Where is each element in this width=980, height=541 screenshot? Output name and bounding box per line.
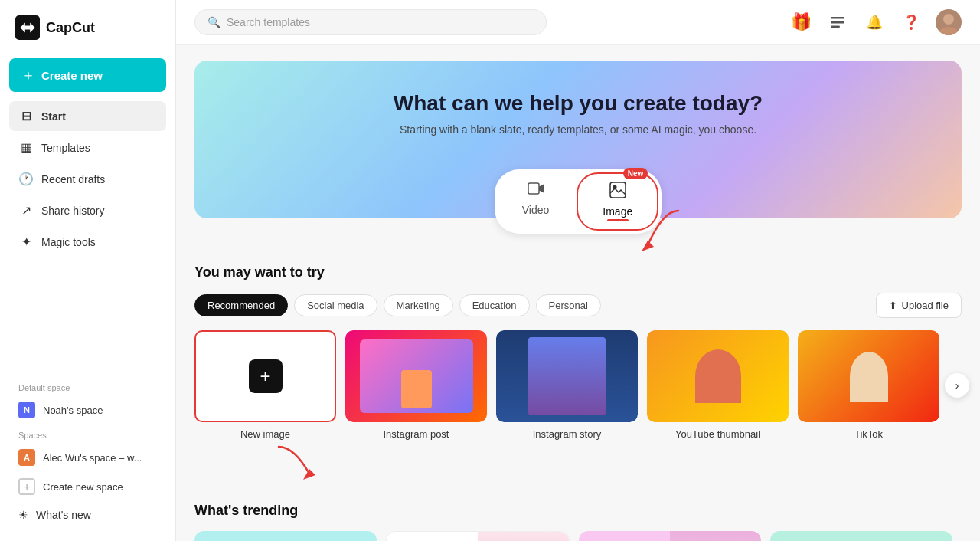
trending-title: What's trending [194, 503, 962, 519]
template-card-new-image[interactable]: + New image [194, 330, 336, 440]
sidebar-item-magic-tools[interactable]: ✦ Magic tools [9, 227, 166, 257]
youtube-thumbnail-label: YouTube thumbnail [647, 428, 789, 440]
svg-rect-7 [528, 183, 539, 194]
new-image-label: New image [194, 428, 336, 440]
trending-card-batch-edit[interactable]: Batch edit: your perfect time saver [194, 531, 377, 541]
filter-recommended[interactable]: Recommended [194, 294, 288, 316]
tiktok-label: TikTok [798, 428, 939, 440]
topbar-icons: 🎁 🔔 ❓ [789, 9, 962, 35]
template-card-instagram-story[interactable]: Instagram story [496, 330, 638, 440]
alec-space-item[interactable]: A Alec Wu's space – w... [9, 443, 166, 472]
filter-education[interactable]: Education [459, 294, 530, 316]
instagram-post-thumb [345, 330, 487, 422]
svg-marker-10 [642, 241, 654, 251]
try-section-title: You may want to try [194, 264, 962, 280]
trending-card-text-to-design[interactable]: Text to design: create now, instant WOW [579, 531, 761, 541]
create-space-item[interactable]: + Create new space [9, 472, 166, 501]
new-badge: New [623, 168, 648, 179]
plus-icon: ＋ [21, 66, 35, 84]
filter-bar: Recommended Social media Marketing Educa… [194, 293, 962, 318]
sidebar-item-magic-tools-label: Magic tools [41, 236, 96, 248]
noah-space-item[interactable]: N Noah's space [9, 395, 166, 425]
noah-avatar: N [18, 402, 35, 418]
search-placeholder: Search templates [227, 16, 310, 28]
topbar: 🔍 Search templates 🎁 🔔 ❓ [176, 0, 980, 45]
new-image-plus: + [249, 359, 283, 393]
sidebar-item-start-label: Start [41, 110, 66, 123]
mode-tab-video[interactable]: Video [498, 172, 574, 231]
whats-new-label: What's new [36, 509, 91, 521]
magic-icon: ✦ [18, 234, 34, 249]
sidebar-item-templates-label: Templates [41, 142, 90, 154]
svg-marker-11 [303, 469, 315, 480]
upload-file-label: Upload file [902, 300, 949, 311]
user-avatar[interactable] [936, 9, 962, 35]
filter-marketing[interactable]: Marketing [384, 294, 453, 316]
main-content: 🔍 Search templates 🎁 🔔 ❓ What can we hel… [176, 0, 980, 541]
trending-card-text-to-image[interactable]: Text to image: paint with your words [386, 531, 570, 541]
filter-tags: Recommended Social media Marketing Educa… [194, 294, 601, 316]
new-image-thumb: + [194, 330, 336, 422]
svg-rect-1 [831, 17, 844, 19]
alec-space-label: Alec Wu's space – w... [43, 452, 142, 464]
svg-point-5 [943, 14, 954, 25]
sidebar-item-templates[interactable]: ▦ Templates [9, 133, 166, 162]
nav-items: ⊟ Start ▦ Templates 🕐 Recent drafts ↗ Sh… [9, 101, 166, 359]
create-new-label: Create new [41, 69, 103, 82]
create-space-label: Create new space [43, 481, 123, 493]
hero-title: What can we help you create today? [213, 91, 943, 116]
instagram-story-thumb [496, 330, 638, 422]
logo-text: CapCut [46, 20, 95, 36]
create-space-icon: + [18, 478, 35, 495]
image-tab-arrow [625, 207, 686, 261]
logo: CapCut [9, 12, 166, 43]
templates-chevron-right[interactable]: › [945, 373, 969, 398]
help-icon[interactable]: ❓ [899, 10, 923, 34]
create-new-button[interactable]: ＋ Create new [9, 58, 166, 92]
template-card-youtube-thumbnail[interactable]: YouTube thumbnail [647, 330, 789, 440]
share-icon: ↗ [18, 203, 34, 218]
youtube-thumb-thumb [647, 330, 789, 422]
search-bar[interactable]: 🔍 Search templates [194, 9, 547, 35]
instagram-post-label: Instagram post [345, 428, 487, 440]
sun-icon: ☀ [18, 509, 28, 521]
instagram-story-label: Instagram story [496, 428, 638, 440]
search-icon: 🔍 [207, 16, 220, 28]
filter-personal[interactable]: Personal [536, 294, 601, 316]
new-image-arrow-area [194, 443, 962, 481]
sidebar-item-recent-drafts-label: Recent drafts [41, 173, 105, 185]
try-section: You may want to try Recommended Social m… [176, 249, 980, 481]
trending-grid: Batch edit: your perfect time saver Text… [194, 531, 962, 541]
noah-space-label: Noah's space [43, 405, 103, 416]
capcut-logo-icon [15, 15, 40, 40]
sidebar-item-start[interactable]: ⊟ Start [9, 101, 166, 131]
sidebar-item-share-history-label: Share history [41, 205, 104, 217]
sidebar-item-share-history[interactable]: ↗ Share history [9, 195, 166, 225]
gift-icon[interactable]: 🎁 [789, 10, 813, 34]
clock-icon: 🕐 [18, 172, 34, 186]
hero-banner: What can we help you create today? Start… [194, 61, 962, 218]
default-space-label: Default space [9, 377, 166, 395]
spaces-label: Spaces [9, 425, 166, 443]
video-tab-icon [528, 180, 544, 201]
video-tab-label: Video [522, 204, 550, 216]
filter-social-media[interactable]: Social media [294, 294, 377, 316]
image-tab-icon [609, 182, 626, 202]
alec-avatar: A [18, 449, 35, 466]
sidebar: CapCut ＋ Create new ⊟ Start ▦ Templates … [0, 0, 176, 541]
trending-card-background-magic[interactable]: Background magic for products [770, 531, 952, 541]
whats-new-item[interactable]: ☀ What's new [9, 501, 166, 529]
upload-file-button[interactable]: ⬆ Upload file [876, 293, 962, 318]
sidebar-bottom: ☀ What's new [9, 501, 166, 529]
hero-subtitle: Starting with a blank slate, ready templ… [213, 123, 943, 136]
sidebar-item-recent-drafts[interactable]: 🕐 Recent drafts [9, 164, 166, 194]
svg-rect-3 [831, 26, 840, 28]
template-card-instagram-post[interactable]: Instagram post [345, 330, 487, 440]
template-card-tiktok[interactable]: TikTok [798, 330, 939, 440]
trending-section: What's trending Batch edit: your perfect… [176, 487, 980, 541]
tiktok-thumb [798, 330, 939, 422]
bell-icon[interactable]: 🔔 [862, 10, 887, 34]
home-icon: ⊟ [18, 109, 34, 123]
template-grid: + New image Instagram post [194, 330, 962, 440]
menu-lines-icon[interactable] [825, 10, 850, 34]
